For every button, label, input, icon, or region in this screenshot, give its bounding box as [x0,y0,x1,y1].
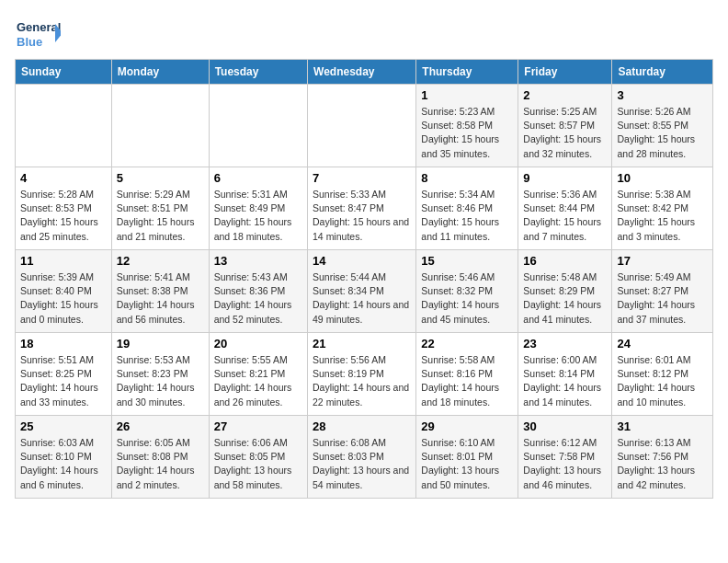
day-info: Sunrise: 5:43 AMSunset: 8:36 PMDaylight:… [214,270,302,327]
calendar-cell: 11Sunrise: 5:39 AMSunset: 8:40 PMDayligh… [16,250,112,333]
calendar-cell: 3Sunrise: 5:26 AMSunset: 8:55 PMDaylight… [612,85,713,167]
day-number: 2 [523,88,607,102]
day-number: 15 [421,254,513,268]
day-info: Sunrise: 5:56 AMSunset: 8:19 PMDaylight:… [313,353,411,409]
day-number: 23 [523,337,607,350]
col-header-saturday: Saturday [612,60,713,85]
calendar-cell: 24Sunrise: 6:01 AMSunset: 8:12 PMDayligh… [612,333,713,416]
col-header-sunday: Sunday [16,60,112,85]
day-number: 22 [421,337,513,350]
calendar-cell: 27Sunrise: 6:06 AMSunset: 8:05 PMDayligh… [209,416,307,499]
day-info: Sunrise: 5:48 AMSunset: 8:29 PMDaylight:… [523,270,607,327]
day-info: Sunrise: 5:55 AMSunset: 8:21 PMDaylight:… [214,353,302,409]
day-number: 12 [117,254,204,268]
col-header-friday: Friday [518,60,612,85]
day-info: Sunrise: 5:46 AMSunset: 8:32 PMDaylight:… [421,270,513,327]
day-info: Sunrise: 5:41 AMSunset: 8:38 PMDaylight:… [117,270,204,327]
day-number: 5 [117,171,204,185]
day-number: 29 [421,419,513,433]
day-info: Sunrise: 5:29 AMSunset: 8:51 PMDaylight:… [117,188,204,244]
day-info: Sunrise: 5:36 AMSunset: 8:44 PMDaylight:… [523,188,607,244]
day-info: Sunrise: 6:13 AMSunset: 7:56 PMDaylight:… [617,436,708,492]
svg-text:General: General [17,20,61,34]
day-info: Sunrise: 5:31 AMSunset: 8:49 PMDaylight:… [214,188,302,244]
calendar-cell: 25Sunrise: 6:03 AMSunset: 8:10 PMDayligh… [16,416,112,499]
calendar-table: SundayMondayTuesdayWednesdayThursdayFrid… [15,59,713,499]
calendar-cell: 13Sunrise: 5:43 AMSunset: 8:36 PMDayligh… [209,250,307,333]
calendar-cell: 17Sunrise: 5:49 AMSunset: 8:27 PMDayligh… [612,250,713,333]
day-number: 25 [20,419,107,433]
day-number: 6 [214,171,302,185]
calendar-cell: 4Sunrise: 5:28 AMSunset: 8:53 PMDaylight… [16,167,112,250]
day-number: 17 [617,254,708,268]
logo-svg: General Blue [15,15,61,52]
day-info: Sunrise: 5:51 AMSunset: 8:25 PMDaylight:… [20,353,107,409]
week-row-1: 1Sunrise: 5:23 AMSunset: 8:58 PMDaylight… [16,85,713,167]
calendar-cell: 19Sunrise: 5:53 AMSunset: 8:23 PMDayligh… [111,333,209,416]
day-number: 4 [20,171,107,185]
day-number: 16 [523,254,607,268]
day-number: 13 [214,254,302,268]
week-row-2: 4Sunrise: 5:28 AMSunset: 8:53 PMDaylight… [16,167,713,250]
day-number: 26 [117,419,204,433]
calendar-cell: 20Sunrise: 5:55 AMSunset: 8:21 PMDayligh… [209,333,307,416]
day-info: Sunrise: 5:39 AMSunset: 8:40 PMDaylight:… [20,270,107,327]
logo: General Blue [15,15,61,52]
day-info: Sunrise: 5:34 AMSunset: 8:46 PMDaylight:… [421,188,513,244]
day-number: 21 [313,337,411,350]
calendar-cell: 30Sunrise: 6:12 AMSunset: 7:58 PMDayligh… [518,416,612,499]
calendar-cell: 15Sunrise: 5:46 AMSunset: 8:32 PMDayligh… [416,250,518,333]
calendar-cell: 31Sunrise: 6:13 AMSunset: 7:56 PMDayligh… [612,416,713,499]
calendar-cell: 5Sunrise: 5:29 AMSunset: 8:51 PMDaylight… [111,167,209,250]
calendar-cell: 26Sunrise: 6:05 AMSunset: 8:08 PMDayligh… [111,416,209,499]
calendar-cell: 9Sunrise: 5:36 AMSunset: 8:44 PMDaylight… [518,167,612,250]
calendar-cell [16,85,112,167]
day-number: 9 [523,171,607,185]
day-info: Sunrise: 5:53 AMSunset: 8:23 PMDaylight:… [117,353,204,409]
day-info: Sunrise: 6:06 AMSunset: 8:05 PMDaylight:… [214,436,302,492]
col-header-tuesday: Tuesday [209,60,307,85]
day-number: 18 [20,337,107,350]
calendar-cell: 10Sunrise: 5:38 AMSunset: 8:42 PMDayligh… [612,167,713,250]
col-header-monday: Monday [111,60,209,85]
day-info: Sunrise: 5:49 AMSunset: 8:27 PMDaylight:… [617,270,708,327]
calendar-cell: 21Sunrise: 5:56 AMSunset: 8:19 PMDayligh… [308,333,416,416]
calendar-cell: 1Sunrise: 5:23 AMSunset: 8:58 PMDaylight… [416,85,518,167]
calendar-header-row: SundayMondayTuesdayWednesdayThursdayFrid… [16,60,713,85]
day-number: 28 [313,419,411,433]
day-number: 3 [617,88,708,102]
day-info: Sunrise: 5:38 AMSunset: 8:42 PMDaylight:… [617,188,708,244]
day-number: 31 [617,419,708,433]
calendar-cell: 12Sunrise: 5:41 AMSunset: 8:38 PMDayligh… [111,250,209,333]
day-number: 19 [117,337,204,350]
day-info: Sunrise: 5:44 AMSunset: 8:34 PMDaylight:… [313,270,411,327]
calendar-cell: 8Sunrise: 5:34 AMSunset: 8:46 PMDaylight… [416,167,518,250]
calendar-cell: 23Sunrise: 6:00 AMSunset: 8:14 PMDayligh… [518,333,612,416]
day-number: 14 [313,254,411,268]
day-number: 11 [20,254,107,268]
calendar-cell: 2Sunrise: 5:25 AMSunset: 8:57 PMDaylight… [518,85,612,167]
calendar-cell: 22Sunrise: 5:58 AMSunset: 8:16 PMDayligh… [416,333,518,416]
calendar-cell: 16Sunrise: 5:48 AMSunset: 8:29 PMDayligh… [518,250,612,333]
day-number: 1 [421,88,513,102]
calendar-cell: 28Sunrise: 6:08 AMSunset: 8:03 PMDayligh… [308,416,416,499]
day-number: 8 [421,171,513,185]
day-info: Sunrise: 5:26 AMSunset: 8:55 PMDaylight:… [617,105,708,161]
day-info: Sunrise: 6:08 AMSunset: 8:03 PMDaylight:… [313,436,411,492]
week-row-4: 18Sunrise: 5:51 AMSunset: 8:25 PMDayligh… [16,333,713,416]
day-info: Sunrise: 6:12 AMSunset: 7:58 PMDaylight:… [523,436,607,492]
day-info: Sunrise: 6:10 AMSunset: 8:01 PMDaylight:… [421,436,513,492]
day-info: Sunrise: 5:23 AMSunset: 8:58 PMDaylight:… [421,105,513,161]
week-row-5: 25Sunrise: 6:03 AMSunset: 8:10 PMDayligh… [16,416,713,499]
calendar-cell: 14Sunrise: 5:44 AMSunset: 8:34 PMDayligh… [308,250,416,333]
calendar-cell: 6Sunrise: 5:31 AMSunset: 8:49 PMDaylight… [209,167,307,250]
week-row-3: 11Sunrise: 5:39 AMSunset: 8:40 PMDayligh… [16,250,713,333]
day-number: 30 [523,419,607,433]
col-header-wednesday: Wednesday [308,60,416,85]
day-info: Sunrise: 5:33 AMSunset: 8:47 PMDaylight:… [313,188,411,244]
day-info: Sunrise: 5:58 AMSunset: 8:16 PMDaylight:… [421,353,513,409]
calendar-cell: 29Sunrise: 6:10 AMSunset: 8:01 PMDayligh… [416,416,518,499]
col-header-thursday: Thursday [416,60,518,85]
day-number: 27 [214,419,302,433]
day-info: Sunrise: 6:01 AMSunset: 8:12 PMDaylight:… [617,353,708,409]
